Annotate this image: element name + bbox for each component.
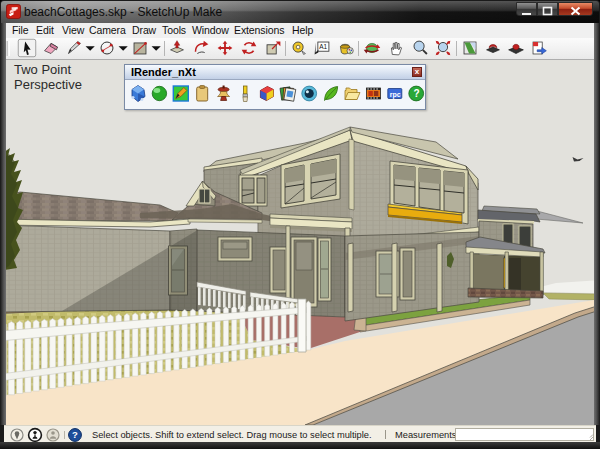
svg-text:?: ? bbox=[413, 88, 419, 99]
svg-text:A1: A1 bbox=[319, 43, 327, 50]
svg-text:rpc: rpc bbox=[390, 91, 401, 99]
svg-text:Select objects. Shift to exten: Select objects. Shift to extend select. … bbox=[92, 430, 372, 440]
svg-text:Measurements: Measurements bbox=[395, 430, 457, 440]
svg-text:?: ? bbox=[72, 429, 78, 440]
